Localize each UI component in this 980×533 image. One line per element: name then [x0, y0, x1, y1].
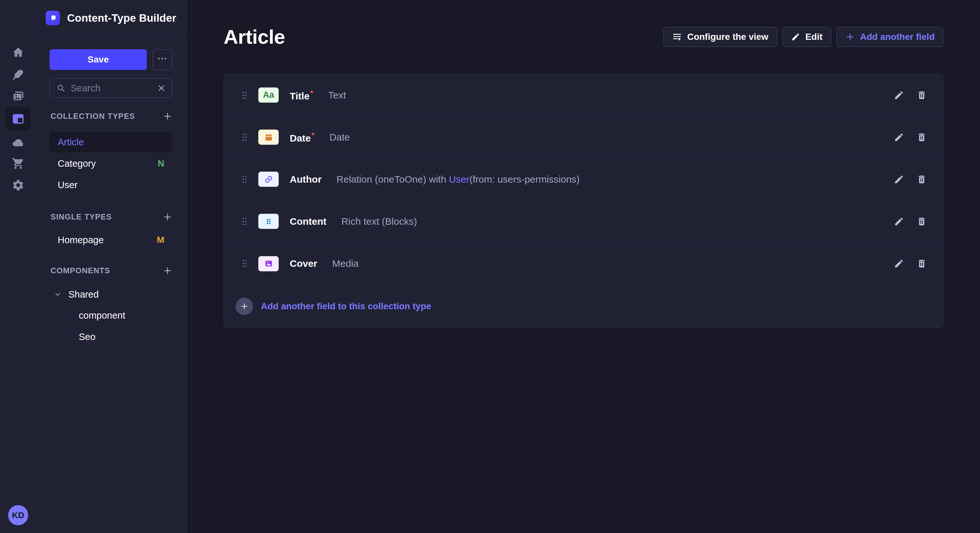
field-name: Cover	[290, 258, 317, 269]
rail-divider-bottom	[0, 497, 37, 497]
add-another-field-button[interactable]: Add another field	[837, 27, 943, 47]
add-field-to-collection-link[interactable]: Add another field to this collection typ…	[261, 301, 431, 311]
pencil-icon	[894, 259, 904, 269]
user-avatar[interactable]: KD	[8, 505, 28, 525]
delete-field-button[interactable]	[915, 257, 929, 271]
pencil-icon	[894, 174, 904, 185]
save-button[interactable]: Save	[49, 49, 147, 70]
search-icon	[56, 84, 65, 93]
field-type: Relation (oneToOne) with User(from: user…	[336, 174, 579, 185]
rail-divider-top	[0, 36, 36, 36]
field-name: Content	[290, 216, 326, 227]
section-label: SINGLE TYPES	[51, 213, 112, 222]
trash-icon	[916, 174, 927, 185]
button-label: Add another field	[860, 32, 935, 42]
panel-footer: Add another field to this collection typ…	[224, 285, 943, 327]
main-content: Article Configure the view Edit	[187, 0, 980, 533]
delete-field-button[interactable]	[915, 88, 929, 102]
field-row-title: Aa Title* Text	[224, 74, 943, 116]
add-single-type-button[interactable]	[163, 212, 172, 222]
more-options-button[interactable]: ⋯	[153, 49, 172, 70]
nav-item-label: Homepage	[58, 235, 104, 246]
sidebar-search	[49, 78, 172, 98]
app-root: KD Content-Type Builder Save ⋯	[0, 0, 980, 533]
deploy-cloud-icon[interactable]	[11, 135, 25, 150]
group-label: Shared	[68, 289, 99, 300]
nav-item-label: User	[58, 180, 78, 190]
pencil-icon	[791, 32, 800, 41]
content-manager-icon[interactable]	[11, 67, 25, 82]
configure-view-button[interactable]: Configure the view	[663, 27, 777, 47]
configure-list-icon	[672, 32, 682, 42]
required-asterisk: *	[310, 89, 313, 97]
edit-field-button[interactable]	[892, 88, 906, 102]
field-name: Date*	[290, 131, 314, 144]
media-library-icon[interactable]	[11, 89, 25, 103]
collection-types-header: COLLECTION TYPES	[49, 111, 172, 121]
sidebar-item-homepage[interactable]: Homepage M	[49, 230, 172, 250]
sidebar-item-category[interactable]: Category N	[49, 153, 172, 174]
content-type-builder-icon[interactable]	[6, 107, 30, 130]
pencil-icon	[894, 90, 904, 100]
plus-icon	[845, 32, 855, 42]
strapi-logo-icon	[46, 11, 60, 25]
edit-field-button[interactable]	[892, 214, 906, 228]
date-field-icon	[258, 130, 279, 145]
field-row-date: Date* Date	[224, 116, 943, 159]
fields-panel: Aa Title* Text	[224, 74, 943, 328]
components-header: COMPONENTS	[49, 266, 172, 276]
drag-handle-icon[interactable]	[242, 91, 248, 99]
field-type: Date	[329, 132, 350, 143]
delete-field-button[interactable]	[915, 172, 929, 187]
add-field-circle-button[interactable]	[235, 298, 253, 315]
trash-icon	[916, 132, 927, 143]
edit-field-button[interactable]	[892, 172, 906, 187]
pencil-icon	[894, 132, 904, 143]
field-type: Rich text (Blocks)	[341, 216, 417, 227]
relation-target-link[interactable]: User	[449, 174, 469, 185]
edit-field-button[interactable]	[892, 257, 906, 271]
delete-field-button[interactable]	[915, 130, 929, 144]
media-field-icon	[258, 256, 279, 271]
button-label: Edit	[805, 32, 822, 42]
home-icon[interactable]	[11, 45, 25, 60]
section-label: COMPONENTS	[51, 266, 110, 275]
trash-icon	[916, 90, 927, 100]
required-asterisk: *	[312, 131, 314, 140]
close-icon	[157, 84, 165, 92]
button-label: Configure the view	[687, 32, 768, 42]
field-name: Author	[290, 174, 321, 185]
drag-handle-icon[interactable]	[242, 217, 248, 225]
section-label: COLLECTION TYPES	[51, 112, 135, 121]
main-nav-rail: KD	[0, 0, 37, 533]
sidebar-item-component[interactable]: component	[49, 305, 172, 326]
field-row-cover: Cover Media	[224, 243, 943, 285]
nav-item-label: Article	[58, 137, 84, 148]
edit-button[interactable]: Edit	[782, 27, 831, 47]
nav-item-label: Seo	[79, 332, 95, 342]
search-clear-button[interactable]	[157, 84, 165, 92]
settings-icon[interactable]	[11, 178, 25, 192]
plus-icon	[240, 302, 248, 311]
field-row-author: Author Relation (oneToOne) with User(fro…	[224, 159, 943, 200]
component-group-shared[interactable]: Shared	[49, 284, 172, 305]
trash-icon	[916, 216, 927, 227]
relation-field-icon	[258, 171, 279, 187]
drag-handle-icon[interactable]	[242, 260, 248, 268]
marketplace-icon[interactable]	[11, 156, 25, 171]
field-row-content: Content Rich text (Blocks)	[224, 200, 943, 243]
drag-handle-icon[interactable]	[242, 133, 248, 141]
sidebar-item-seo[interactable]: Seo	[49, 326, 172, 347]
sidebar-item-user[interactable]: User	[49, 174, 172, 195]
drag-handle-icon[interactable]	[242, 176, 248, 183]
field-type: Text	[328, 90, 346, 101]
sidebar-item-article[interactable]: Article	[49, 132, 172, 152]
field-type: Media	[332, 258, 359, 269]
add-component-button[interactable]	[163, 266, 172, 276]
add-collection-type-button[interactable]	[163, 111, 172, 121]
field-name: Title*	[290, 89, 313, 102]
search-input[interactable]	[71, 83, 152, 94]
edit-field-button[interactable]	[892, 130, 906, 144]
plus-icon	[163, 212, 172, 222]
delete-field-button[interactable]	[915, 214, 929, 228]
